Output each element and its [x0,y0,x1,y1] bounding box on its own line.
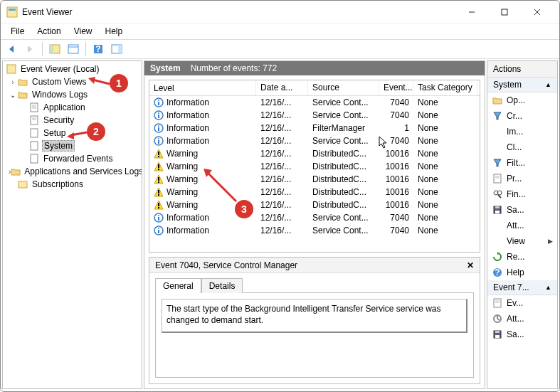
source-cell: DistributedC... [308,187,379,197]
task-cell: None [413,123,477,133]
blank-icon [492,142,503,153]
menu-help[interactable]: Help [100,25,129,38]
action-item[interactable]: Re... [487,249,557,265]
event-row[interactable]: Information12/16/...Service Cont...7040N… [149,96,480,109]
action-item[interactable]: Att... [487,218,557,233]
subscriptions-icon [17,179,28,190]
log-icon [28,102,40,113]
event-row[interactable]: Information12/16/...Service Cont...7040N… [149,134,480,147]
svg-marker-68 [494,159,501,166]
find-icon [492,189,503,200]
minimize-button[interactable] [455,1,488,23]
panel-button[interactable] [109,41,125,57]
action-label: Sa... [507,205,524,215]
action-item[interactable]: Op... [487,92,557,108]
svg-rect-49 [158,169,159,170]
actions-section-event[interactable]: Event 7... ▲ [487,280,557,295]
action-item[interactable]: Att... [487,311,557,327]
column-date[interactable]: Date a... [256,80,308,95]
action-item[interactable]: Cr... [487,108,557,124]
action-item[interactable]: View▶ [487,233,557,249]
tree-apps-services[interactable]: › Applications and Services Logs [3,165,142,178]
grid-body[interactable]: Information12/16/...Service Cont...7040N… [149,96,480,253]
maximize-button[interactable] [488,1,521,23]
source-cell: Service Cont... [308,97,379,107]
save-icon [492,329,503,340]
tree-subscriptions[interactable]: Subscriptions [3,178,142,191]
svg-rect-52 [158,181,159,183]
svg-line-86 [497,319,500,320]
tree-system[interactable]: System [3,139,142,152]
level-text: Warning [167,187,198,197]
menu-action[interactable]: Action [31,25,66,38]
svg-rect-51 [158,177,159,181]
action-item[interactable]: Ev... [487,295,557,311]
date-cell: 12/16/... [256,97,308,107]
source-cell: DistributedC... [308,161,379,171]
eventid-cell: 10016 [379,187,413,197]
show-tree-button[interactable] [47,41,63,57]
event-row[interactable]: Warning12/16/...DistributedC...10016None [149,186,480,198]
event-row[interactable]: Warning12/16/...DistributedC...10016None [149,173,480,186]
properties-button[interactable] [65,41,81,57]
action-item[interactable]: ?Help [487,265,557,280]
svg-point-64 [158,228,159,229]
tree-application[interactable]: Application [3,101,142,114]
preview-tabs: General Details [149,273,480,292]
action-label: View [507,236,525,246]
event-row[interactable]: Warning12/16/...DistributedC...10016None [149,160,480,173]
navigation-tree: Event Viewer (Local) › Custom Views ⌄ Wi… [2,60,142,389]
action-item[interactable]: Pr... [487,171,557,186]
preview-title: Event 7040, Service Control Manager [155,260,297,270]
help-button[interactable]: ? [90,41,106,57]
menu-view[interactable]: View [68,25,98,38]
folder-icon [17,76,28,88]
event-row[interactable]: Information12/16/...FilterManager1None [149,122,480,134]
menu-file[interactable]: File [5,25,30,38]
callout-badge-2: 2 [87,122,105,141]
column-level[interactable]: Level [149,80,256,95]
svg-rect-77 [495,206,500,208]
back-button[interactable] [4,41,19,57]
action-item[interactable]: Sa... [487,327,557,342]
actions-section-system[interactable]: System ▲ [487,78,557,92]
save-icon [492,204,503,216]
event-row[interactable]: Information12/16/...Service Cont...7040N… [149,109,480,122]
svg-rect-57 [158,203,159,206]
tab-details[interactable]: Details [201,278,243,293]
expand-icon[interactable]: › [9,78,17,86]
collapse-icon[interactable]: ⌄ [9,91,17,99]
tree-forwarded[interactable]: Forwarded Events [3,152,142,165]
date-cell: 12/16/... [256,200,308,210]
source-cell: DistributedC... [308,174,379,184]
forward-button[interactable] [22,41,38,57]
action-label: Op... [507,95,525,105]
close-button[interactable] [521,1,554,23]
log-icon [28,115,40,126]
event-row[interactable]: Information12/16/...Service Cont...7040N… [149,211,480,224]
svg-rect-24 [31,129,38,137]
event-row[interactable]: Warning12/16/...DistributedC...10016None [149,147,480,160]
action-item[interactable]: Filt... [487,155,557,171]
task-cell: None [413,226,477,235]
action-item[interactable]: Fin... [487,186,557,202]
svg-rect-25 [31,142,38,150]
action-item[interactable]: Im... [487,124,557,139]
tree-security[interactable]: Security [3,114,142,127]
action-item[interactable]: Sa... [487,202,557,218]
level-text: Information [167,123,209,133]
collapse-icon: ▲ [545,81,551,88]
event-row[interactable]: Warning12/16/...DistributedC...10016None [149,198,480,211]
column-source[interactable]: Source [308,80,379,95]
column-task[interactable]: Task Category [413,80,477,95]
task-cell: None [413,200,477,210]
action-item[interactable]: Cl... [487,139,557,155]
column-event[interactable]: Event... [379,80,413,95]
callout-badge-1: 1 [110,74,128,92]
action-label: Att... [507,221,524,231]
svg-rect-39 [158,127,159,131]
event-row[interactable]: Information12/16/...Service Cont...7040N… [149,224,480,237]
tab-general[interactable]: General [155,278,201,293]
preview-close-button[interactable]: ✕ [467,260,474,270]
svg-line-73 [498,195,501,198]
